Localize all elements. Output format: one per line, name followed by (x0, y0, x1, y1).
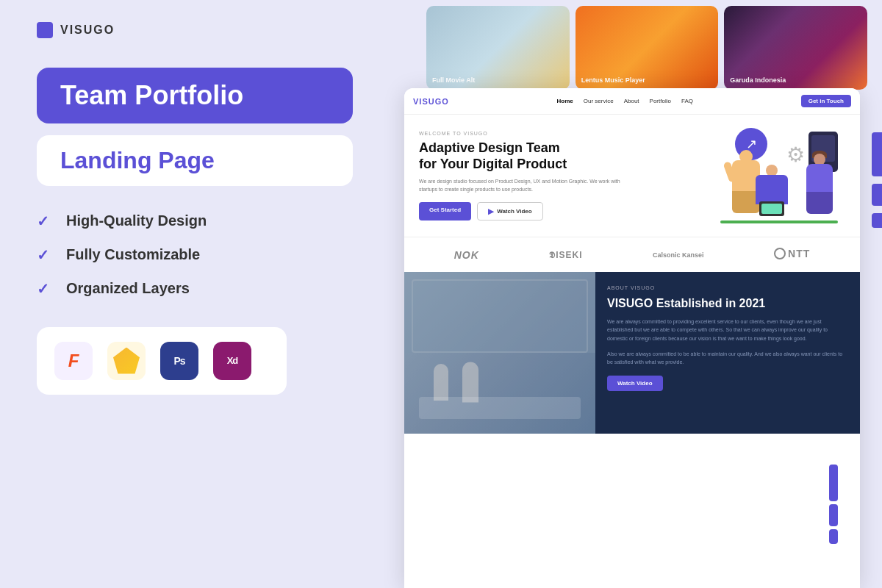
hero-title-line1: Adaptive Design Team (419, 140, 560, 155)
nav-link-home[interactable]: Home (557, 98, 573, 104)
subtitle-text: Landing Page (60, 147, 329, 174)
gallery-label-2: Lentus Music Player (581, 76, 645, 84)
gallery-card-3: Garuda Indonesia (724, 6, 867, 90)
watch-video-label: Watch Video (497, 208, 532, 215)
ground-line (720, 220, 838, 223)
figma-tool-icon: F (54, 342, 93, 380)
left-panel: VISUGO Team Portfolio Landing Page ✓ Hig… (0, 0, 390, 588)
about-tag: ABOUT VISUGO (607, 285, 848, 290)
xd-label: Xd (227, 355, 238, 366)
gallery-label-1: Full Movie Alt (432, 76, 475, 84)
browser-mockup: VISUGO Home Our service About Portfolio … (404, 88, 860, 588)
photoshop-tool-icon: Ps (160, 342, 198, 380)
pp-body (806, 164, 833, 193)
check-icon-3: ✓ (37, 280, 54, 298)
ntt-circle: NTT (774, 248, 810, 259)
figma-letter: F (68, 351, 79, 371)
feature-text-3: Organized Layers (66, 280, 190, 297)
about-image (404, 272, 595, 434)
tools-card: F Ps Xd (37, 327, 287, 395)
subtitle-badge: Landing Page (37, 135, 353, 186)
figure-group: ↗ ⚙ (713, 128, 845, 223)
right-panel: Full Movie Alt Lentus Music Player Garud… (382, 0, 882, 588)
feature-item-1: ✓ High-Quality Design (37, 212, 353, 230)
meeting-person-1 (434, 364, 448, 401)
xd-tool-icon: Xd (213, 342, 251, 380)
title-badge: Team Portfolio (37, 68, 353, 123)
hero-welcome-text: WELCOME TO VISUGO (419, 131, 625, 136)
play-icon: ▶ (488, 207, 494, 215)
gallery-strip: Full Movie Alt Lentus Music Player Garud… (426, 0, 867, 96)
feature-item-2: ✓ Fully Customizable (37, 246, 353, 264)
feature-text-2: Fully Customizable (66, 246, 200, 263)
browser-nav-logo: VISUGO (413, 97, 449, 106)
nav-link-faq[interactable]: FAQ (681, 98, 693, 104)
sketch-tool-icon (107, 342, 146, 380)
about-desc: We are always committed to providing exc… (607, 318, 848, 343)
accent-block-1 (829, 465, 838, 501)
title-text: Team Portfolio (60, 81, 329, 110)
logo-text: VISUGO (60, 24, 115, 37)
brand-calsonic: Calsonic Kansei (653, 251, 704, 259)
features-list: ✓ High-Quality Design ✓ Fully Customizab… (37, 212, 353, 298)
logo-icon (37, 22, 53, 38)
accent-block-2 (829, 504, 838, 526)
nav-link-service[interactable]: Our service (584, 98, 614, 104)
about-content: ABOUT VISUGO VISUGO Established in 2021 … (595, 272, 860, 434)
brand-ntt: NTT (774, 248, 810, 262)
pp-legs (806, 192, 833, 214)
meeting-table (419, 397, 581, 419)
hero-buttons: Get Started ▶ Watch Video (419, 202, 625, 220)
about-desc2: Also we are always committed to be able … (607, 350, 848, 366)
nav-links: Home Our service About Portfolio FAQ (557, 98, 693, 104)
accent-bar-1 (872, 132, 882, 176)
ps-label: Ps (173, 355, 184, 367)
logo-row: VISUGO (37, 22, 353, 38)
sketch-diamond (113, 348, 140, 374)
pl-body (756, 175, 788, 204)
gallery-card-1: Full Movie Alt (426, 6, 570, 90)
feature-text-1: High-Quality Design (66, 212, 207, 229)
nav-link-portfolio[interactable]: Portfolio (650, 98, 671, 104)
person-laptop (750, 165, 794, 223)
accent-bar-2 (872, 184, 882, 206)
logos-section: NOK 𝕯ISEKI Calsonic Kansei NTT (404, 237, 860, 272)
pl-screen (761, 204, 782, 214)
brand-nok: NOK (454, 249, 479, 261)
ntt-ring (774, 248, 786, 259)
get-started-button[interactable]: Get Started (419, 202, 471, 220)
accent-block-3 (829, 529, 838, 544)
hero-title-line2: for Your Digital Product (419, 157, 567, 171)
hero-title: Adaptive Design Team for Your Digital Pr… (419, 140, 625, 172)
hero-description: We are design studio focused on Product … (419, 178, 625, 193)
browser-nav: VISUGO Home Our service About Portfolio … (404, 88, 860, 115)
hero-section: WELCOME TO VISUGO Adaptive Design Team f… (404, 115, 860, 237)
gallery-card-2: Lentus Music Player (576, 6, 719, 90)
accent-blocks (829, 465, 838, 544)
gallery-label-3: Garuda Indonesia (730, 76, 786, 84)
check-icon-1: ✓ (37, 212, 54, 230)
accent-bar-3 (872, 213, 882, 228)
check-icon-2: ✓ (37, 246, 54, 264)
about-watch-video-button[interactable]: Watch Video (607, 376, 663, 391)
brand-iseki: 𝕯ISEKI (549, 250, 582, 260)
person-purple (801, 154, 838, 216)
about-section: ABOUT VISUGO VISUGO Established in 2021 … (404, 272, 860, 434)
nav-link-about[interactable]: About (624, 98, 639, 104)
hero-illustration: ↗ ⚙ (713, 128, 845, 223)
about-title: VISUGO Established in 2021 (607, 296, 848, 310)
watch-video-button[interactable]: ▶ Watch Video (477, 202, 543, 220)
hero-left: WELCOME TO VISUGO Adaptive Design Team f… (419, 131, 625, 220)
feature-item-3: ✓ Organized Layers (37, 280, 353, 298)
nav-cta-button[interactable]: Get in Touch (801, 95, 851, 107)
